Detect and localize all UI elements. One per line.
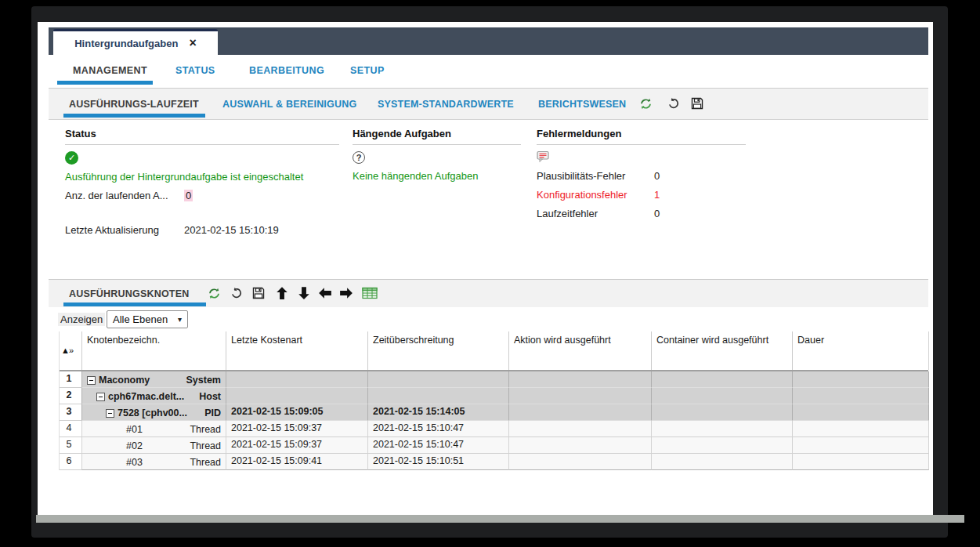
status-panel-title: Status [65,128,339,139]
collapse-icon[interactable] [96,393,105,401]
last-update-value: 2021-02-15 15:10:19 [184,224,279,236]
table-row[interactable]: 5#02Thread2021-02-15 15:09:372021-02-15 … [60,437,928,454]
node-name-cell: #03Thread [81,454,226,470]
node-name-cell: 7528 [cphv00...PID [81,404,226,421]
tab-title: Hintergrundaufgaben [74,38,178,49]
error-value: 0 [654,208,660,219]
kostenart-cell: 2021-02-15 15:09:37 [226,421,367,437]
level-filter-dropdown[interactable]: Alle Ebenen ▾ [107,310,188,328]
column-header-knotenbezeichn[interactable]: Knotenbezeichn. [81,331,226,370]
collapse-icon[interactable] [106,409,114,418]
move-up-icon[interactable] [274,285,290,301]
save-icon[interactable] [689,96,705,111]
column-header-aktion[interactable]: Aktion wird ausgeführt [508,331,651,370]
zeit-cell [367,371,508,388]
table-row[interactable]: 2cph67mac.delt...Host [60,388,928,404]
dauer-cell [792,388,929,404]
zeit-cell: 2021-02-15 15:14:05 [367,404,508,421]
subtab-ausfuehrungs-laufzeit[interactable]: AUSFÜHRUNGS-LAUFZEIT [69,99,199,110]
subtab-berichtswesen[interactable]: BERICHTSWESEN [538,99,626,110]
app-window: Hintergrundaufgaben × MANAGEMENT STATUS … [38,22,933,516]
errors-panel-title: Fehlermeldungen [537,128,746,139]
row-number: 3 [60,404,81,421]
error-label: Laufzeitfehler [537,208,654,219]
close-icon[interactable]: × [189,37,196,49]
row-number: 1 [60,371,81,388]
node-name: cph67mac.delt... [108,391,184,402]
aktion-cell [508,421,651,437]
undo-icon[interactable] [666,96,682,111]
container-cell [651,404,792,421]
node-type: Thread [190,457,222,468]
container-cell [651,388,792,404]
column-header-dauer[interactable]: Dauer [792,331,929,370]
tab-hintergrundaufgaben[interactable]: Hintergrundaufgaben × [53,29,218,55]
dauer-cell [792,404,929,421]
zeit-cell: 2021-02-15 15:10:47 [367,437,508,454]
aktion-cell [508,454,651,470]
active-nodes-underline [63,302,206,306]
error-value: 1 [654,189,660,201]
menu-item-management[interactable]: MANAGEMENT [73,65,147,76]
kostenart-cell [226,388,367,404]
node-name: #03 [126,457,143,468]
node-name-cell: cph67mac.delt...Host [81,388,226,404]
node-name-cell: #02Thread [81,437,226,454]
save-icon[interactable] [251,285,266,301]
node-type: Host [199,391,222,402]
zeit-cell [367,388,508,404]
dauer-cell [792,437,929,454]
column-header-zeitueberschreitung[interactable]: Zeitüberschreitung [367,331,508,370]
divider [537,144,746,145]
node-type: Thread [190,440,222,451]
question-icon: ? [353,151,365,164]
table-row[interactable]: 1MaconomySystem [60,371,928,388]
move-right-icon[interactable] [338,285,354,301]
row-number: 5 [60,437,81,454]
column-header-container[interactable]: Container wird ausgeführt [651,331,792,370]
move-down-icon[interactable] [296,285,312,301]
kostenart-cell [226,371,367,388]
active-subtab-underline [63,114,205,118]
kostenart-cell: 2021-02-15 15:09:37 [226,437,367,454]
node-name: #02 [126,440,143,451]
refresh-icon[interactable] [206,285,222,301]
subtab-system-standardwerte[interactable]: SYSTEM-STANDARDWERTE [378,99,514,110]
subtab-auswahl-bereinigung[interactable]: AUSWAHL & BEREINIGUNG [222,99,356,110]
row-number: 4 [60,421,81,437]
move-left-icon[interactable] [317,285,333,301]
status-panel: Status ✓ Ausführung der Hintergrundaufga… [65,128,339,236]
nodes-table: ▲» Knotenbezeichn. Letzte Kostenart Zeit… [59,331,928,470]
zeit-cell: 2021-02-15 15:10:47 [367,421,508,437]
container-cell [651,421,792,437]
tab-ausfuehrungsknoten[interactable]: AUSFÜHRUNGSKNOTEN [69,288,189,299]
table-row[interactable]: 6#03Thread2021-02-15 15:09:412021-02-15 … [60,454,928,470]
table-grid-icon[interactable] [362,285,378,301]
workspace-tab-bar: Hintergrundaufgaben × [49,27,928,55]
node-name: #01 [126,424,143,435]
row-number: 6 [60,454,81,470]
pending-panel-title: Hängende Aufgaben [353,128,521,139]
chevron-down-icon: ▾ [178,315,182,324]
menu-item-status[interactable]: STATUS [175,65,215,76]
check-circle-icon: ✓ [65,151,78,165]
menu-item-setup[interactable]: SETUP [350,65,385,76]
filter-row: Anzeigen Alle Ebenen ▾ [49,307,928,331]
errors-panel: Fehlermeldungen Plausibilitäts-Fehler 0 … [537,128,746,219]
table-row[interactable]: 37528 [cphv00...PID2021-02-15 15:09:0520… [60,404,928,421]
collapse-icon[interactable] [87,376,96,385]
aktion-cell [508,371,651,388]
node-name: 7528 [cphv00... [118,408,187,418]
kostenart-cell: 2021-02-15 15:09:41 [226,454,367,470]
kostenart-cell: 2021-02-15 15:09:05 [226,404,367,421]
node-type: PID [204,408,222,418]
table-body: 1MaconomySystem2cph67mac.delt...Host3752… [60,371,928,470]
sort-expand-icon[interactable]: ▲» [61,346,73,355]
undo-icon[interactable] [229,285,244,301]
menu-item-bearbeitung[interactable]: BEARBEITUNG [249,65,324,76]
column-header-letzte-kostenart[interactable]: Letzte Kostenart [226,331,367,370]
error-value: 0 [654,170,660,182]
refresh-icon[interactable] [638,96,653,111]
aktion-cell [508,404,651,421]
table-row[interactable]: 4#01Thread2021-02-15 15:09:372021-02-15 … [60,421,928,437]
